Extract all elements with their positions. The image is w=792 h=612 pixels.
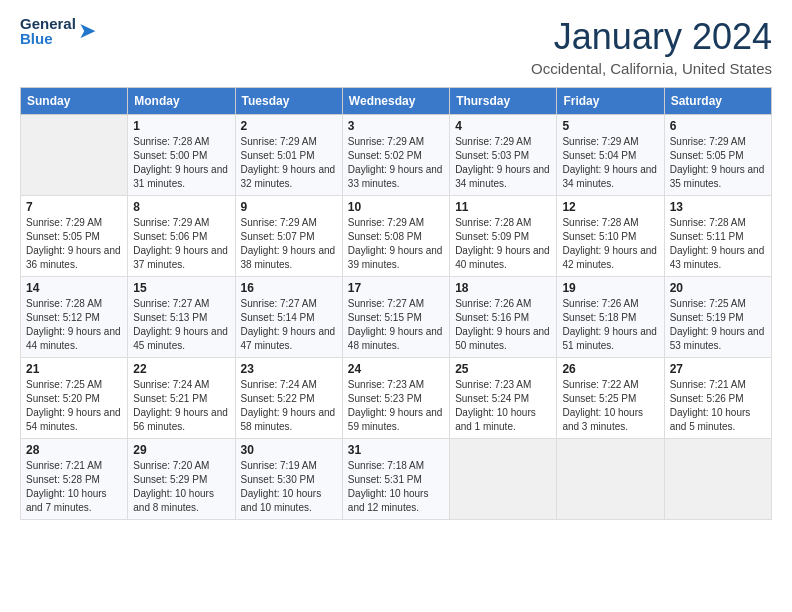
day-info: Sunrise: 7:21 AMSunset: 5:26 PMDaylight:… [670, 378, 766, 434]
calendar-cell: 2Sunrise: 7:29 AMSunset: 5:01 PMDaylight… [235, 115, 342, 196]
calendar-table: SundayMondayTuesdayWednesdayThursdayFrid… [20, 87, 772, 520]
day-info: Sunrise: 7:26 AMSunset: 5:18 PMDaylight:… [562, 297, 658, 353]
calendar-row: 7Sunrise: 7:29 AMSunset: 5:05 PMDaylight… [21, 196, 772, 277]
calendar-row: 21Sunrise: 7:25 AMSunset: 5:20 PMDayligh… [21, 358, 772, 439]
day-info: Sunrise: 7:20 AMSunset: 5:29 PMDaylight:… [133, 459, 229, 515]
logo-bird-icon: ➤ [78, 20, 96, 42]
day-info: Sunrise: 7:29 AMSunset: 5:05 PMDaylight:… [670, 135, 766, 191]
weekday-header: Thursday [450, 88, 557, 115]
day-number: 16 [241, 281, 337, 295]
month-title: January 2024 [531, 16, 772, 58]
day-number: 15 [133, 281, 229, 295]
weekday-header: Friday [557, 88, 664, 115]
day-number: 30 [241, 443, 337, 457]
calendar-row: 14Sunrise: 7:28 AMSunset: 5:12 PMDayligh… [21, 277, 772, 358]
day-info: Sunrise: 7:29 AMSunset: 5:02 PMDaylight:… [348, 135, 444, 191]
calendar-cell: 9Sunrise: 7:29 AMSunset: 5:07 PMDaylight… [235, 196, 342, 277]
day-info: Sunrise: 7:29 AMSunset: 5:05 PMDaylight:… [26, 216, 122, 272]
day-number: 3 [348, 119, 444, 133]
title-area: January 2024 Occidental, California, Uni… [531, 16, 772, 77]
location-title: Occidental, California, United States [531, 60, 772, 77]
day-number: 13 [670, 200, 766, 214]
calendar-cell: 31Sunrise: 7:18 AMSunset: 5:31 PMDayligh… [342, 439, 449, 520]
day-number: 28 [26, 443, 122, 457]
day-info: Sunrise: 7:21 AMSunset: 5:28 PMDaylight:… [26, 459, 122, 515]
day-info: Sunrise: 7:27 AMSunset: 5:14 PMDaylight:… [241, 297, 337, 353]
day-info: Sunrise: 7:29 AMSunset: 5:06 PMDaylight:… [133, 216, 229, 272]
day-info: Sunrise: 7:28 AMSunset: 5:09 PMDaylight:… [455, 216, 551, 272]
day-number: 1 [133, 119, 229, 133]
calendar-cell [450, 439, 557, 520]
calendar-cell: 26Sunrise: 7:22 AMSunset: 5:25 PMDayligh… [557, 358, 664, 439]
day-number: 25 [455, 362, 551, 376]
calendar-cell: 11Sunrise: 7:28 AMSunset: 5:09 PMDayligh… [450, 196, 557, 277]
day-number: 14 [26, 281, 122, 295]
day-info: Sunrise: 7:25 AMSunset: 5:19 PMDaylight:… [670, 297, 766, 353]
day-number: 12 [562, 200, 658, 214]
day-number: 4 [455, 119, 551, 133]
day-number: 27 [670, 362, 766, 376]
calendar-cell: 20Sunrise: 7:25 AMSunset: 5:19 PMDayligh… [664, 277, 771, 358]
calendar-cell: 21Sunrise: 7:25 AMSunset: 5:20 PMDayligh… [21, 358, 128, 439]
calendar-cell: 29Sunrise: 7:20 AMSunset: 5:29 PMDayligh… [128, 439, 235, 520]
calendar-cell: 30Sunrise: 7:19 AMSunset: 5:30 PMDayligh… [235, 439, 342, 520]
day-number: 9 [241, 200, 337, 214]
logo: General Blue ➤ [20, 16, 96, 46]
calendar-cell: 6Sunrise: 7:29 AMSunset: 5:05 PMDaylight… [664, 115, 771, 196]
day-info: Sunrise: 7:27 AMSunset: 5:15 PMDaylight:… [348, 297, 444, 353]
day-info: Sunrise: 7:28 AMSunset: 5:11 PMDaylight:… [670, 216, 766, 272]
calendar-cell: 12Sunrise: 7:28 AMSunset: 5:10 PMDayligh… [557, 196, 664, 277]
day-info: Sunrise: 7:27 AMSunset: 5:13 PMDaylight:… [133, 297, 229, 353]
day-info: Sunrise: 7:29 AMSunset: 5:04 PMDaylight:… [562, 135, 658, 191]
calendar-cell: 15Sunrise: 7:27 AMSunset: 5:13 PMDayligh… [128, 277, 235, 358]
logo-area: General Blue ➤ [20, 16, 96, 46]
day-number: 31 [348, 443, 444, 457]
day-info: Sunrise: 7:29 AMSunset: 5:08 PMDaylight:… [348, 216, 444, 272]
day-info: Sunrise: 7:26 AMSunset: 5:16 PMDaylight:… [455, 297, 551, 353]
day-info: Sunrise: 7:18 AMSunset: 5:31 PMDaylight:… [348, 459, 444, 515]
day-info: Sunrise: 7:24 AMSunset: 5:22 PMDaylight:… [241, 378, 337, 434]
day-number: 22 [133, 362, 229, 376]
calendar-cell [664, 439, 771, 520]
weekday-header: Monday [128, 88, 235, 115]
day-info: Sunrise: 7:28 AMSunset: 5:12 PMDaylight:… [26, 297, 122, 353]
day-number: 24 [348, 362, 444, 376]
day-info: Sunrise: 7:29 AMSunset: 5:07 PMDaylight:… [241, 216, 337, 272]
weekday-header: Wednesday [342, 88, 449, 115]
calendar-cell: 5Sunrise: 7:29 AMSunset: 5:04 PMDaylight… [557, 115, 664, 196]
day-number: 5 [562, 119, 658, 133]
day-number: 29 [133, 443, 229, 457]
day-info: Sunrise: 7:29 AMSunset: 5:01 PMDaylight:… [241, 135, 337, 191]
day-info: Sunrise: 7:29 AMSunset: 5:03 PMDaylight:… [455, 135, 551, 191]
calendar-cell: 25Sunrise: 7:23 AMSunset: 5:24 PMDayligh… [450, 358, 557, 439]
day-number: 7 [26, 200, 122, 214]
weekday-header: Sunday [21, 88, 128, 115]
calendar-cell: 3Sunrise: 7:29 AMSunset: 5:02 PMDaylight… [342, 115, 449, 196]
calendar-cell: 27Sunrise: 7:21 AMSunset: 5:26 PMDayligh… [664, 358, 771, 439]
calendar-cell [557, 439, 664, 520]
day-number: 2 [241, 119, 337, 133]
day-number: 20 [670, 281, 766, 295]
day-number: 11 [455, 200, 551, 214]
calendar-cell: 1Sunrise: 7:28 AMSunset: 5:00 PMDaylight… [128, 115, 235, 196]
day-number: 21 [26, 362, 122, 376]
calendar-cell: 4Sunrise: 7:29 AMSunset: 5:03 PMDaylight… [450, 115, 557, 196]
logo-blue: Blue [20, 31, 76, 46]
calendar-cell: 14Sunrise: 7:28 AMSunset: 5:12 PMDayligh… [21, 277, 128, 358]
day-number: 18 [455, 281, 551, 295]
header: General Blue ➤ January 2024 Occidental, … [20, 16, 772, 77]
day-number: 6 [670, 119, 766, 133]
day-info: Sunrise: 7:28 AMSunset: 5:00 PMDaylight:… [133, 135, 229, 191]
weekday-header: Tuesday [235, 88, 342, 115]
weekday-header-row: SundayMondayTuesdayWednesdayThursdayFrid… [21, 88, 772, 115]
day-number: 23 [241, 362, 337, 376]
day-info: Sunrise: 7:25 AMSunset: 5:20 PMDaylight:… [26, 378, 122, 434]
calendar-row: 1Sunrise: 7:28 AMSunset: 5:00 PMDaylight… [21, 115, 772, 196]
day-number: 26 [562, 362, 658, 376]
day-info: Sunrise: 7:24 AMSunset: 5:21 PMDaylight:… [133, 378, 229, 434]
day-number: 8 [133, 200, 229, 214]
calendar-row: 28Sunrise: 7:21 AMSunset: 5:28 PMDayligh… [21, 439, 772, 520]
day-info: Sunrise: 7:22 AMSunset: 5:25 PMDaylight:… [562, 378, 658, 434]
calendar-cell: 13Sunrise: 7:28 AMSunset: 5:11 PMDayligh… [664, 196, 771, 277]
calendar-cell: 16Sunrise: 7:27 AMSunset: 5:14 PMDayligh… [235, 277, 342, 358]
